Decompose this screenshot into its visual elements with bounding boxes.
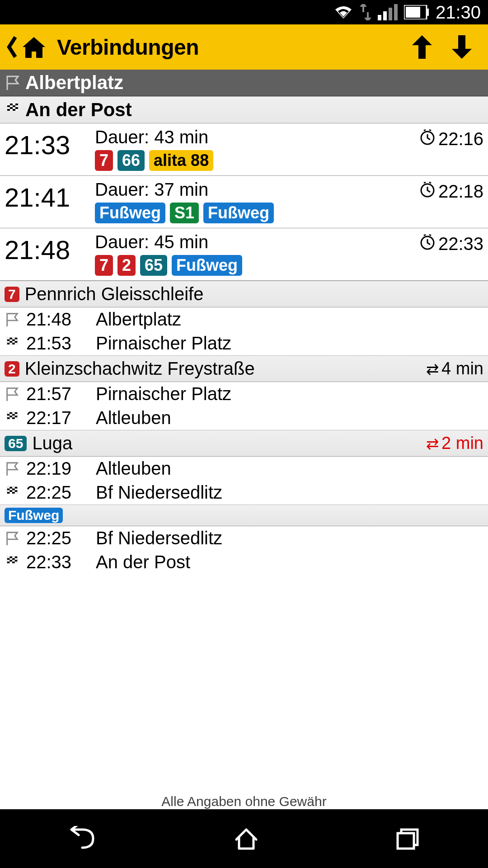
svg-rect-27 [12,412,15,414]
svg-rect-10 [15,105,18,107]
svg-rect-13 [10,109,13,111]
leg-header[interactable]: Fußweg [0,505,488,526]
leg-header[interactable]: 7 Pennrich Gleisschleife [0,281,488,307]
flag-finish-icon [5,410,20,426]
nav-recent-button[interactable] [394,826,421,851]
leg-destination: Pennrich Gleisschleife [25,284,204,304]
nav-recent-icon [394,826,421,851]
leg-stop-row[interactable]: 22:33 An der Post [0,550,488,574]
arrival-time: 22:18 [419,179,483,223]
origin-row[interactable]: Albertplatz [0,70,488,96]
leg-header[interactable]: 65 Luga ⇄2 min [0,430,488,457]
svg-rect-48 [9,561,12,563]
svg-rect-45 [15,558,18,560]
later-button[interactable] [442,34,482,60]
leg-stop-name: Altleuben [96,408,171,428]
leg-stop-row[interactable]: 21:57 Pirnaischer Platz [0,382,488,406]
transfer-time: ⇄2 min [426,434,483,453]
svg-rect-2 [389,8,392,20]
leg-stop-row[interactable]: 22:17 Altleuben [0,406,488,430]
svg-rect-26 [7,412,10,414]
nav-home-button[interactable] [233,826,260,851]
nav-back-button[interactable] [67,826,99,851]
flag-start-icon [5,531,20,546]
wifi-icon [333,4,353,20]
svg-rect-33 [15,417,18,419]
leg-stop-name: An der Post [96,552,190,572]
connections-list: 21:33 Dauer: 43 min 766alita 88 22:16 21… [0,123,488,281]
arrival-time: 22:16 [419,127,483,171]
leg-header[interactable]: 2 Kleinzschachwitz Freystraße ⇄4 min [0,355,488,382]
line-badge: Fußweg [203,203,274,223]
leg-stop-row[interactable]: 22:19 Altleuben [0,457,488,481]
svg-rect-36 [9,488,12,490]
svg-rect-19 [12,337,15,339]
status-icons [333,4,429,20]
duration-text: Dauer: 43 min [95,127,419,147]
clock-icon [419,129,436,145]
leg-time: 22:17 [26,408,89,428]
line-badges: 7265Fußweg [95,255,419,276]
arrow-up-icon [411,34,433,60]
leg-time: 21:48 [26,309,89,330]
svg-rect-12 [13,107,15,109]
leg-stop-row[interactable]: 22:25 Bf Niedersedlitz [0,526,488,550]
arrow-down-icon [451,34,473,60]
transfer-time: ⇄4 min [426,359,483,378]
svg-rect-49 [15,561,18,563]
leg-stop-row[interactable]: 21:48 Albertplatz [0,307,488,331]
disclaimer-text: Alle Angaben ohne Gewähr [0,794,488,809]
leg-time: 22:19 [26,458,89,479]
leg-stop-row[interactable]: 21:53 Pirnaischer Platz [0,331,488,355]
svg-rect-1 [383,11,387,20]
duration-text: Dauer: 37 min [95,179,419,200]
leg-stop-name: Albertplatz [96,309,181,330]
connection-row[interactable]: 21:41 Dauer: 37 min FußwegS1Fußweg 22:18 [0,176,488,228]
svg-rect-5 [406,7,420,18]
line-badge: 2 [5,361,19,377]
status-time: 21:30 [436,2,481,23]
transfer-icon: ⇄ [426,360,439,378]
svg-rect-22 [7,341,10,343]
svg-rect-46 [7,560,10,561]
connection-row[interactable]: 21:48 Dauer: 45 min 7265Fußweg 22:33 [0,228,488,281]
origin-text: Albertplatz [25,72,123,94]
connection-row[interactable]: 21:33 Dauer: 43 min 766alita 88 22:16 [0,123,488,176]
svg-rect-39 [12,490,15,492]
flag-start-icon [5,461,20,476]
svg-rect-23 [12,341,15,343]
svg-rect-24 [9,343,12,344]
destination-text: An der Post [25,99,132,121]
line-badge: 7 [5,287,19,302]
svg-rect-42 [7,556,10,558]
line-badge: Fußweg [95,203,165,223]
earlier-button[interactable] [402,34,442,60]
svg-rect-28 [9,414,12,415]
line-badges: FußwegS1Fußweg [95,203,419,223]
line-badge: Fußweg [172,255,242,276]
leg-time: 22:25 [26,482,89,503]
flag-finish-icon [5,102,21,118]
app-bar: Verbindungen [0,24,488,70]
app-bar-title: Verbindungen [57,35,199,60]
svg-rect-8 [13,104,15,105]
leg-stop-name: Altleuben [96,458,171,479]
home-icon[interactable] [21,35,47,59]
leg-stop-row[interactable]: 22:25 Bf Niedersedlitz [0,481,488,505]
svg-rect-32 [9,417,12,419]
battery-icon [404,5,429,19]
svg-rect-50 [398,833,414,849]
line-badges: 766alita 88 [95,150,419,171]
back-icon[interactable] [6,35,17,59]
svg-rect-43 [12,556,15,558]
leg-time: 21:53 [26,333,89,354]
svg-rect-21 [15,339,18,341]
leg-stop-name: Pirnaischer Platz [96,333,231,354]
nav-home-icon [233,826,260,851]
destination-row[interactable]: An der Post [0,96,488,123]
svg-rect-44 [9,558,12,560]
flag-start-icon [5,75,21,91]
flag-finish-icon [5,336,20,351]
android-status-bar: 21:30 [0,0,488,24]
svg-rect-25 [15,343,18,344]
